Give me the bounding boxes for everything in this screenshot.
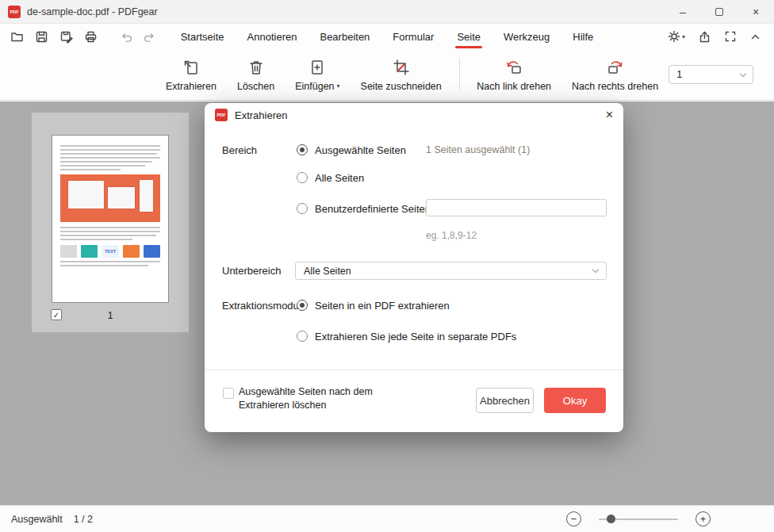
tab-bearbeiten[interactable]: Bearbeiten — [319, 25, 370, 49]
tool-label: Extrahieren — [166, 81, 216, 92]
radio-label-ausgewaehlte-seiten: Ausgewählte Seiten — [315, 144, 406, 156]
save-as-button[interactable] — [59, 30, 73, 44]
caret-down-icon: ▾ — [337, 82, 340, 90]
brightness-icon — [668, 30, 680, 43]
page-number-input[interactable] — [676, 69, 741, 80]
titlebar: PDF de-sample-doc.pdf - PDFgear – × — [0, 0, 774, 24]
thumb-hero-card — [108, 187, 135, 209]
zoom-out-button[interactable]: − — [566, 511, 581, 526]
okay-button[interactable]: Okay — [544, 388, 606, 413]
undo-button[interactable] — [120, 30, 133, 44]
option-ausgewaehlte-seiten: Ausgewählte Seiten — [297, 143, 406, 157]
fullscreen-icon — [724, 30, 737, 43]
thumb-text-line — [60, 169, 121, 170]
window-controls: – × — [665, 0, 774, 23]
radio-benutzerdefinierte-seiten[interactable] — [297, 203, 308, 214]
window-title: de-sample-doc.pdf - PDFgear — [27, 6, 158, 17]
rotate-left-icon — [504, 58, 523, 77]
dialog-close-button[interactable]: × — [606, 109, 613, 121]
selected-label: Ausgewählt — [11, 514, 63, 525]
print-button[interactable] — [84, 30, 98, 44]
save-as-icon — [59, 30, 73, 44]
extract-pages-icon — [182, 58, 201, 77]
tab-werkzeug[interactable]: Werkzeug — [503, 25, 550, 49]
bereich-label: Bereich — [222, 144, 257, 156]
thumb-widget-row: TEXT — [60, 245, 160, 258]
extraktionsmodus-label: Extraktionsmodus — [222, 300, 304, 312]
radio-separate-pdfs[interactable] — [297, 331, 308, 342]
minimize-icon: – — [680, 6, 686, 18]
close-button[interactable]: × — [738, 0, 774, 23]
window-tools: ▾ — [668, 30, 761, 44]
chevron-up-icon — [749, 31, 761, 43]
fullscreen-button[interactable] — [724, 30, 737, 43]
history-toolbar — [120, 30, 156, 44]
theme-button[interactable]: ▾ — [668, 30, 685, 43]
custom-pages-hint: eg. 1,8,9-12 — [426, 230, 477, 241]
radio-ein-pdf[interactable] — [297, 300, 308, 311]
tab-seite[interactable]: Seite — [456, 25, 481, 49]
unterbereich-value: Alle Seiten — [304, 266, 351, 277]
tab-formular[interactable]: Formular — [392, 25, 435, 49]
radio-label-benutzerdefinierte-seiten: Benutzerdefinierte Seiten — [315, 203, 431, 215]
zoom-slider[interactable] — [599, 514, 678, 525]
radio-ausgewaehlte-seiten[interactable] — [297, 144, 308, 155]
tool-nach-link-drehen[interactable]: Nach link drehen — [466, 58, 561, 92]
tab-startseite[interactable]: Startseite — [180, 25, 225, 49]
selected-pages-note: 1 Seiten ausgewählt (1) — [426, 144, 530, 155]
folder-open-icon — [10, 30, 24, 44]
unterbereich-label: Unterbereich — [222, 265, 281, 277]
radio-label-ein-pdf: Seiten in ein PDF extrahieren — [315, 300, 450, 312]
open-file-button[interactable] — [10, 30, 24, 44]
thumb-text-line — [60, 157, 160, 159]
custom-pages-input[interactable] — [426, 199, 607, 216]
collapse-toolbar-button[interactable] — [749, 31, 761, 43]
share-button[interactable] — [698, 30, 711, 44]
page-toolbar: Extrahieren Löschen Einfügen▾ Seite zusc… — [0, 49, 774, 101]
zoom-in-button[interactable]: + — [695, 511, 711, 526]
thumb-text-line — [60, 261, 160, 262]
tool-nach-rechts-drehen[interactable]: Nach rechts drehen — [561, 58, 669, 92]
page-number-select[interactable] — [669, 65, 753, 84]
option-benutzerdefinierte-seiten: Benutzerdefinierte Seiten — [297, 201, 431, 216]
save-button[interactable] — [35, 30, 48, 44]
maximize-icon — [715, 8, 723, 16]
chevron-down-icon — [740, 70, 746, 76]
thumb-text-line — [60, 145, 160, 147]
tool-extrahieren[interactable]: Extrahieren — [155, 58, 227, 92]
thumb-widget — [123, 245, 140, 258]
thumb-widget — [81, 245, 98, 258]
thumb-hero-image — [60, 174, 160, 222]
minimize-button[interactable]: – — [665, 0, 701, 23]
thumb-text-line — [60, 239, 132, 240]
tool-einfuegen[interactable]: Einfügen▾ — [285, 58, 350, 92]
unterbereich-select[interactable]: Alle Seiten — [295, 262, 607, 280]
page-number-label: 1 — [32, 310, 189, 321]
option-ein-pdf: Seiten in ein PDF extrahieren — [297, 298, 450, 312]
cancel-button[interactable]: Abbrechen — [476, 388, 534, 413]
delete-after-checkbox[interactable] — [223, 388, 234, 399]
tool-seite-zuschneiden[interactable]: Seite zuschneiden — [351, 58, 452, 92]
page-thumbnail[interactable]: TEXT — [52, 135, 169, 303]
tool-loeschen[interactable]: Löschen — [227, 58, 285, 92]
thumb-widget-text: TEXT — [102, 245, 118, 258]
page-indicator: 1 / 2 — [74, 514, 93, 525]
tab-hilfe[interactable]: Hilfe — [572, 25, 594, 49]
crop-page-icon — [392, 58, 411, 77]
radio-alle-seiten[interactable] — [297, 172, 308, 183]
thumb-text-line — [60, 149, 160, 151]
share-icon — [698, 30, 711, 44]
tab-annotieren[interactable]: Annotieren — [247, 25, 298, 49]
toolbar-divider — [459, 58, 460, 91]
pdfgear-logo-icon: PDF — [215, 109, 228, 121]
redo-icon — [143, 30, 156, 44]
dialog-title: Extrahieren — [235, 109, 287, 121]
redo-button[interactable] — [143, 30, 156, 44]
thumb-widget — [60, 245, 77, 258]
print-icon — [84, 30, 98, 44]
zoom-slider-handle[interactable] — [607, 515, 615, 523]
thumb-hero-card — [68, 181, 104, 209]
maximize-button[interactable] — [701, 0, 738, 23]
tool-label: Einfügen — [295, 81, 334, 92]
dialog-header: PDF Extrahieren × — [205, 103, 623, 127]
